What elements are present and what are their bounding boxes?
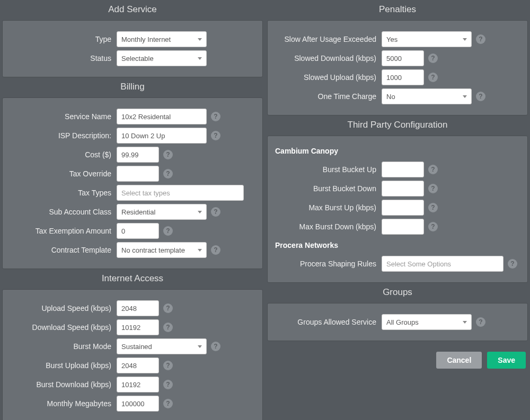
sub-account-select[interactable]: Residential [117, 204, 207, 220]
slow-after-select[interactable]: Yes [382, 31, 472, 47]
chevron-down-icon [198, 38, 202, 41]
help-icon[interactable]: ? [163, 303, 173, 313]
burst-bucket-down-input[interactable] [382, 181, 424, 196]
burst-bucket-up-input[interactable] [382, 162, 424, 177]
burst-upload-label: Burst Upload (kbps) [8, 361, 111, 370]
contract-value: No contract template [121, 246, 185, 254]
help-icon[interactable]: ? [476, 34, 485, 44]
max-burst-up-label: Max Burst Up (kbps) [273, 203, 376, 212]
internet-title: Internet Access [2, 271, 263, 287]
help-icon[interactable]: ? [428, 184, 438, 193]
procera-rules-multiselect[interactable]: Select Some Options [382, 256, 504, 272]
contract-select[interactable]: No contract template [117, 242, 207, 258]
help-icon[interactable]: ? [163, 150, 173, 159]
contract-label: Contract Template [8, 246, 111, 254]
procera-rules-placeholder: Select Some Options [386, 260, 451, 268]
upload-input[interactable] [117, 300, 159, 316]
groups-allowed-select[interactable]: All Groups [382, 314, 472, 330]
service-name-input[interactable] [117, 109, 207, 124]
chevron-down-icon [198, 345, 202, 348]
billing-title: Billing [2, 79, 263, 95]
burst-bucket-down-label: Burst Bucket Down [273, 184, 376, 193]
help-icon[interactable]: ? [211, 207, 220, 217]
one-time-value: No [386, 93, 395, 101]
help-icon[interactable]: ? [163, 169, 173, 178]
penalties-panel: Slow After Usage Exceeded Yes ? Slowed D… [267, 20, 528, 115]
add-service-panel: Type Monthly Internet Status Selectable [2, 20, 263, 77]
help-icon[interactable]: ? [163, 361, 173, 370]
max-burst-up-input[interactable] [382, 200, 424, 216]
help-icon[interactable]: ? [508, 259, 517, 269]
sub-account-label: Sub Account Class [8, 208, 111, 216]
burst-download-label: Burst Download (kbps) [8, 380, 111, 389]
tax-exempt-input[interactable] [117, 223, 159, 239]
groups-allowed-value: All Groups [386, 318, 419, 326]
help-icon[interactable]: ? [163, 399, 173, 408]
sub-account-value: Residential [121, 208, 155, 216]
tax-types-multiselect[interactable]: Select tax types [117, 185, 244, 201]
slowed-down-input[interactable] [382, 50, 424, 66]
type-label: Type [8, 35, 111, 43]
help-icon[interactable]: ? [428, 203, 438, 212]
tax-override-label: Tax Override [8, 169, 111, 178]
chevron-down-icon [463, 321, 467, 324]
isp-desc-label: ISP Description: [8, 131, 111, 140]
cost-input[interactable] [117, 147, 159, 163]
chevron-down-icon [198, 211, 202, 213]
max-burst-down-label: Max Burst Down (kbps) [273, 222, 376, 231]
slowed-up-input[interactable] [382, 69, 424, 85]
billing-panel: Service Name ? ISP Description: ? Cost (… [2, 97, 263, 269]
tax-types-label: Tax Types [8, 189, 111, 197]
burst-mode-label: Burst Mode [8, 342, 111, 351]
burst-upload-input[interactable] [117, 358, 159, 373]
service-name-label: Service Name [8, 112, 111, 121]
max-burst-down-input[interactable] [382, 219, 424, 235]
monthly-mb-input[interactable] [117, 396, 159, 412]
third-party-panel: Cambium Canopy Burst Bucket Up ? Burst B… [267, 136, 528, 283]
cancel-button[interactable]: Cancel [436, 352, 482, 369]
groups-allowed-label: Groups Allowed Service [273, 318, 376, 326]
help-icon[interactable]: ? [476, 92, 485, 101]
monthly-mb-label: Monthly Megabytes [8, 399, 111, 408]
help-icon[interactable]: ? [163, 323, 173, 332]
status-select[interactable]: Selectable [117, 50, 207, 66]
chevron-down-icon [198, 57, 202, 60]
cambium-subhead: Cambium Canopy [273, 144, 519, 158]
type-select[interactable]: Monthly Internet [117, 31, 207, 47]
tax-override-input[interactable] [117, 166, 159, 182]
help-icon[interactable]: ? [428, 165, 438, 174]
cost-label: Cost ($) [8, 150, 111, 159]
save-button[interactable]: Save [487, 352, 526, 369]
slowed-up-label: Slowed Upload (kbps) [273, 73, 376, 82]
status-select-value: Selectable [121, 55, 154, 62]
help-icon[interactable]: ? [476, 317, 485, 327]
chevron-down-icon [463, 95, 467, 98]
help-icon[interactable]: ? [428, 53, 438, 63]
help-icon[interactable]: ? [211, 131, 220, 140]
help-icon[interactable]: ? [163, 226, 173, 236]
status-label: Status [8, 54, 111, 62]
burst-mode-value: Sustained [121, 343, 152, 351]
help-icon[interactable]: ? [211, 112, 220, 121]
help-icon[interactable]: ? [163, 380, 173, 389]
help-icon[interactable]: ? [211, 342, 220, 351]
help-icon[interactable]: ? [211, 245, 220, 255]
help-icon[interactable]: ? [428, 73, 438, 82]
one-time-select[interactable]: No [382, 88, 472, 104]
penalties-title: Penalties [267, 2, 528, 18]
isp-desc-input[interactable] [117, 128, 207, 144]
help-icon[interactable]: ? [428, 222, 438, 231]
type-select-value: Monthly Internet [121, 35, 171, 43]
burst-mode-select[interactable]: Sustained [117, 338, 207, 354]
burst-download-input[interactable] [117, 377, 159, 392]
third-party-title: Third Party Configuration [267, 118, 528, 133]
tax-types-placeholder: Select tax types [121, 189, 170, 197]
one-time-label: One Time Charge [273, 92, 376, 101]
chevron-down-icon [198, 249, 202, 252]
download-input[interactable] [117, 319, 159, 335]
procera-rules-label: Procera Shaping Rules [273, 260, 376, 268]
chevron-down-icon [463, 38, 467, 41]
internet-panel: Upload Speed (kbps) ? Download Speed (kb… [2, 289, 263, 420]
slowed-down-label: Slowed Download (kbps) [273, 54, 376, 62]
slow-after-label: Slow After Usage Exceeded [273, 35, 376, 43]
